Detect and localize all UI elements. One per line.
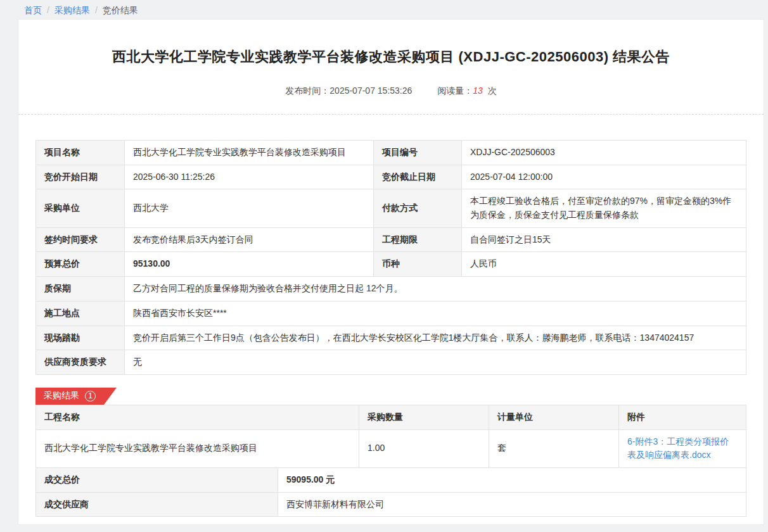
info-label: 工程期限 [374, 227, 462, 252]
purchase-result-tab-label: 采购结果 [44, 390, 79, 402]
result-quantity: 1.00 [359, 429, 489, 467]
column-header-unit: 计量单位 [489, 405, 619, 429]
page-title: 西北大学化工学院专业实践教学平台装修改造采购项目 (XDJJ-GC-202506… [18, 48, 764, 66]
supplier-label: 成交供应商 [36, 492, 278, 517]
read-count-value: 13 [473, 86, 483, 96]
info-value: 陕西省西安市长安区**** [125, 301, 746, 326]
purchase-result-table: 工程名称 采购数量 计量单位 附件 西北大学化工学院专业实践教学平台装修改造采购… [35, 405, 746, 468]
table-header-row: 工程名称 采购数量 计量单位 附件 [36, 405, 746, 429]
info-value: 竞价开启后第三个工作日9点（包含公告发布日），在西北大学长安校区化工学院1楼大厅… [125, 326, 746, 350]
info-label: 竞价开始日期 [36, 165, 125, 189]
read-count-unit: 次 [488, 86, 497, 96]
info-label: 付款方式 [374, 189, 462, 227]
deal-price-value: 59095.00 元 [278, 467, 746, 492]
info-label: 质保期 [36, 277, 125, 301]
table-row: 质保期 乙方对合同工程的质量保修期为验收合格并交付使用之日起 12个月。 [36, 277, 746, 301]
info-value: XDJJ-GC-202506003 [462, 141, 746, 165]
column-header-attachment: 附件 [619, 405, 746, 429]
table-row: 现场踏勘 竞价开启后第三个工作日9点（包含公告发布日），在西北大学长安校区化工学… [36, 326, 746, 350]
info-value: 本工程竣工验收合格后，付至审定价款的97%，留审定金额的3%作为质保金，质保金支… [462, 189, 746, 227]
result-unit: 套 [489, 429, 619, 467]
info-value: 西北大学化工学院专业实践教学平台装修改造采购项目 [125, 141, 374, 165]
table-row: 预算总价 95130.00 币种 人民币 [36, 252, 746, 277]
read-count-label: 阅读量： [437, 86, 473, 96]
breadcrumb: 首页/采购结果/竞价结果 [24, 5, 138, 16]
supplier-value: 西安博菲新材料有限公司 [278, 492, 746, 517]
deal-price-label: 成交总价 [36, 467, 278, 492]
table-row: 西北大学化工学院专业实践教学平台装修改造采购项目 1.00 套 6-附件3：工程… [36, 429, 746, 467]
table-row: 供应商资质要求 无 [36, 350, 746, 375]
breadcrumb-purchase-results-link[interactable]: 采购结果 [54, 5, 90, 15]
breadcrumb-separator: / [95, 5, 98, 15]
info-label: 现场踏勘 [36, 326, 125, 350]
info-label: 供应商资质要求 [36, 350, 125, 375]
info-label: 签约时间要求 [36, 227, 125, 252]
result-count-badge: 1 [85, 391, 96, 402]
breadcrumb-home-link[interactable]: 首页 [24, 5, 42, 15]
column-header-project-name: 工程名称 [36, 405, 359, 429]
deal-summary-table: 成交总价 59095.00 元 成交供应商 西安博菲新材料有限公司 [35, 467, 746, 517]
table-row: 成交总价 59095.00 元 [36, 467, 746, 492]
publish-time-value: 2025-07-07 15:53:26 [330, 86, 412, 96]
info-label: 采购单位 [36, 189, 125, 227]
table-row: 施工地点 陕西省西安市长安区**** [36, 301, 746, 326]
info-label: 施工地点 [36, 301, 125, 326]
info-label: 竞价截止日期 [374, 165, 462, 189]
table-row: 竞价开始日期 2025-06-30 11:25:26 竞价截止日期 2025-0… [36, 165, 746, 189]
table-row: 签约时间要求 发布竞价结果后3天内签订合同 工程期限 自合同签订之日15天 [36, 227, 746, 252]
info-value: 发布竞价结果后3天内签订合同 [125, 227, 374, 252]
info-label: 项目编号 [374, 141, 462, 165]
info-value: 乙方对合同工程的质量保修期为验收合格并交付使用之日起 12个月。 [125, 277, 746, 301]
result-project-name: 西北大学化工学院专业实践教学平台装修改造采购项目 [36, 429, 359, 467]
info-value: 2025-06-30 11:25:26 [125, 165, 374, 189]
table-row: 项目名称 西北大学化工学院专业实践教学平台装修改造采购项目 项目编号 XDJJ-… [36, 141, 746, 165]
info-label: 预算总价 [36, 252, 125, 277]
info-value: 无 [125, 350, 746, 375]
publish-time: 发布时间：2025-07-07 15:53:26 [285, 86, 412, 96]
table-row: 采购单位 西北大学 付款方式 本工程竣工验收合格后，付至审定价款的97%，留审定… [36, 189, 746, 227]
info-label: 项目名称 [36, 141, 125, 165]
content-area: 项目名称 西北大学化工学院专业实践教学平台装修改造采购项目 项目编号 XDJJ-… [18, 115, 764, 517]
announcement-meta: 发布时间：2025-07-07 15:53:26 阅读量：13 次 [18, 86, 764, 97]
page: 首页/采购结果/竞价结果 西北大学化工学院专业实践教学平台装修改造采购项目 (X… [0, 0, 768, 532]
info-value: 2025-07-04 12:00:00 [462, 165, 746, 189]
publish-time-label: 发布时间： [285, 86, 330, 96]
info-value: 西北大学 [125, 189, 374, 227]
budget-total-price: 95130.00 [125, 252, 374, 277]
breadcrumb-current: 竞价结果 [103, 5, 138, 15]
column-header-quantity: 采购数量 [359, 405, 489, 429]
breadcrumb-separator: / [47, 5, 49, 15]
announcement-card: 西北大学化工学院专业实践教学平台装修改造采购项目 (XDJJ-GC-202506… [18, 19, 764, 525]
table-row: 成交供应商 西安博菲新材料有限公司 [36, 492, 746, 517]
info-value: 人民币 [462, 252, 746, 277]
info-label: 币种 [374, 252, 462, 277]
read-count: 阅读量：13 次 [437, 86, 496, 96]
info-value: 自合同签订之日15天 [462, 227, 746, 252]
attachment-link[interactable]: 6-附件3：工程类分项报价表及响应偏离表.docx [627, 436, 729, 460]
purchase-result-tab: 采购结果 1 [35, 388, 117, 405]
project-info-table: 项目名称 西北大学化工学院专业实践教学平台装修改造采购项目 项目编号 XDJJ-… [35, 140, 746, 375]
